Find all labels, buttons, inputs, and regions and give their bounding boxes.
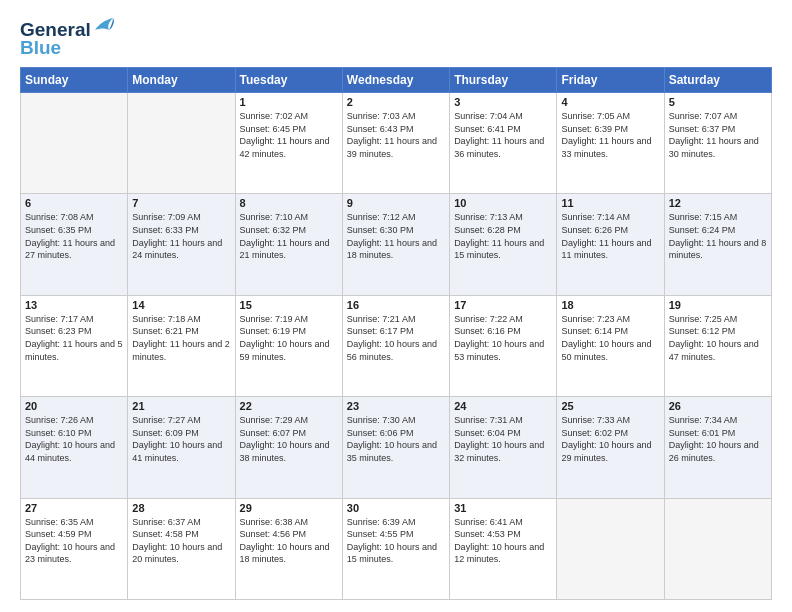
day-info: Sunrise: 7:33 AM Sunset: 6:02 PM Dayligh… <box>561 414 659 464</box>
day-info: Sunrise: 7:23 AM Sunset: 6:14 PM Dayligh… <box>561 313 659 363</box>
day-number: 20 <box>25 400 123 412</box>
day-number: 29 <box>240 502 338 514</box>
calendar-cell: 31Sunrise: 6:41 AM Sunset: 4:53 PM Dayli… <box>450 498 557 599</box>
calendar-cell: 12Sunrise: 7:15 AM Sunset: 6:24 PM Dayli… <box>664 194 771 295</box>
calendar-cell: 14Sunrise: 7:18 AM Sunset: 6:21 PM Dayli… <box>128 295 235 396</box>
day-number: 7 <box>132 197 230 209</box>
calendar-cell: 26Sunrise: 7:34 AM Sunset: 6:01 PM Dayli… <box>664 397 771 498</box>
day-info: Sunrise: 7:26 AM Sunset: 6:10 PM Dayligh… <box>25 414 123 464</box>
calendar-cell: 23Sunrise: 7:30 AM Sunset: 6:06 PM Dayli… <box>342 397 449 498</box>
calendar-cell: 11Sunrise: 7:14 AM Sunset: 6:26 PM Dayli… <box>557 194 664 295</box>
day-info: Sunrise: 7:13 AM Sunset: 6:28 PM Dayligh… <box>454 211 552 261</box>
day-number: 11 <box>561 197 659 209</box>
calendar-cell: 10Sunrise: 7:13 AM Sunset: 6:28 PM Dayli… <box>450 194 557 295</box>
day-info: Sunrise: 7:17 AM Sunset: 6:23 PM Dayligh… <box>25 313 123 363</box>
day-info: Sunrise: 6:38 AM Sunset: 4:56 PM Dayligh… <box>240 516 338 566</box>
calendar-cell <box>557 498 664 599</box>
day-number: 25 <box>561 400 659 412</box>
day-number: 15 <box>240 299 338 311</box>
calendar-cell <box>664 498 771 599</box>
weekday-header-saturday: Saturday <box>664 68 771 93</box>
calendar-cell: 6Sunrise: 7:08 AM Sunset: 6:35 PM Daylig… <box>21 194 128 295</box>
logo-bird-icon <box>93 16 115 34</box>
day-number: 2 <box>347 96 445 108</box>
day-number: 28 <box>132 502 230 514</box>
day-number: 3 <box>454 96 552 108</box>
day-info: Sunrise: 7:19 AM Sunset: 6:19 PM Dayligh… <box>240 313 338 363</box>
day-info: Sunrise: 7:14 AM Sunset: 6:26 PM Dayligh… <box>561 211 659 261</box>
logo: General Blue <box>20 18 115 57</box>
weekday-header-friday: Friday <box>557 68 664 93</box>
day-info: Sunrise: 7:08 AM Sunset: 6:35 PM Dayligh… <box>25 211 123 261</box>
calendar-cell: 19Sunrise: 7:25 AM Sunset: 6:12 PM Dayli… <box>664 295 771 396</box>
day-info: Sunrise: 7:15 AM Sunset: 6:24 PM Dayligh… <box>669 211 767 261</box>
day-info: Sunrise: 7:03 AM Sunset: 6:43 PM Dayligh… <box>347 110 445 160</box>
day-info: Sunrise: 7:27 AM Sunset: 6:09 PM Dayligh… <box>132 414 230 464</box>
day-info: Sunrise: 7:30 AM Sunset: 6:06 PM Dayligh… <box>347 414 445 464</box>
calendar-header-row: SundayMondayTuesdayWednesdayThursdayFrid… <box>21 68 772 93</box>
day-info: Sunrise: 7:21 AM Sunset: 6:17 PM Dayligh… <box>347 313 445 363</box>
day-info: Sunrise: 7:31 AM Sunset: 6:04 PM Dayligh… <box>454 414 552 464</box>
calendar-week-row: 27Sunrise: 6:35 AM Sunset: 4:59 PM Dayli… <box>21 498 772 599</box>
weekday-header-monday: Monday <box>128 68 235 93</box>
day-number: 31 <box>454 502 552 514</box>
calendar-cell: 30Sunrise: 6:39 AM Sunset: 4:55 PM Dayli… <box>342 498 449 599</box>
page: General Blue SundayMondayTuesdayWednesda… <box>0 0 792 612</box>
calendar-cell: 1Sunrise: 7:02 AM Sunset: 6:45 PM Daylig… <box>235 93 342 194</box>
day-info: Sunrise: 7:07 AM Sunset: 6:37 PM Dayligh… <box>669 110 767 160</box>
calendar-cell: 8Sunrise: 7:10 AM Sunset: 6:32 PM Daylig… <box>235 194 342 295</box>
day-info: Sunrise: 6:37 AM Sunset: 4:58 PM Dayligh… <box>132 516 230 566</box>
day-info: Sunrise: 7:05 AM Sunset: 6:39 PM Dayligh… <box>561 110 659 160</box>
calendar-cell: 18Sunrise: 7:23 AM Sunset: 6:14 PM Dayli… <box>557 295 664 396</box>
day-number: 4 <box>561 96 659 108</box>
calendar-cell: 5Sunrise: 7:07 AM Sunset: 6:37 PM Daylig… <box>664 93 771 194</box>
day-number: 13 <box>25 299 123 311</box>
day-number: 10 <box>454 197 552 209</box>
calendar-cell: 7Sunrise: 7:09 AM Sunset: 6:33 PM Daylig… <box>128 194 235 295</box>
calendar-cell: 13Sunrise: 7:17 AM Sunset: 6:23 PM Dayli… <box>21 295 128 396</box>
calendar-cell: 9Sunrise: 7:12 AM Sunset: 6:30 PM Daylig… <box>342 194 449 295</box>
calendar-week-row: 13Sunrise: 7:17 AM Sunset: 6:23 PM Dayli… <box>21 295 772 396</box>
day-number: 8 <box>240 197 338 209</box>
calendar-cell: 16Sunrise: 7:21 AM Sunset: 6:17 PM Dayli… <box>342 295 449 396</box>
day-info: Sunrise: 7:12 AM Sunset: 6:30 PM Dayligh… <box>347 211 445 261</box>
day-info: Sunrise: 7:22 AM Sunset: 6:16 PM Dayligh… <box>454 313 552 363</box>
day-info: Sunrise: 6:35 AM Sunset: 4:59 PM Dayligh… <box>25 516 123 566</box>
calendar-cell: 3Sunrise: 7:04 AM Sunset: 6:41 PM Daylig… <box>450 93 557 194</box>
day-number: 9 <box>347 197 445 209</box>
calendar-cell: 27Sunrise: 6:35 AM Sunset: 4:59 PM Dayli… <box>21 498 128 599</box>
calendar-cell <box>21 93 128 194</box>
day-number: 27 <box>25 502 123 514</box>
calendar-cell: 21Sunrise: 7:27 AM Sunset: 6:09 PM Dayli… <box>128 397 235 498</box>
day-number: 21 <box>132 400 230 412</box>
calendar-cell: 25Sunrise: 7:33 AM Sunset: 6:02 PM Dayli… <box>557 397 664 498</box>
weekday-header-tuesday: Tuesday <box>235 68 342 93</box>
day-info: Sunrise: 7:29 AM Sunset: 6:07 PM Dayligh… <box>240 414 338 464</box>
day-info: Sunrise: 6:41 AM Sunset: 4:53 PM Dayligh… <box>454 516 552 566</box>
calendar-week-row: 1Sunrise: 7:02 AM Sunset: 6:45 PM Daylig… <box>21 93 772 194</box>
day-number: 6 <box>25 197 123 209</box>
calendar-cell: 15Sunrise: 7:19 AM Sunset: 6:19 PM Dayli… <box>235 295 342 396</box>
calendar-table: SundayMondayTuesdayWednesdayThursdayFrid… <box>20 67 772 600</box>
logo-blue: Blue <box>20 38 61 57</box>
calendar-cell: 28Sunrise: 6:37 AM Sunset: 4:58 PM Dayli… <box>128 498 235 599</box>
weekday-header-sunday: Sunday <box>21 68 128 93</box>
day-number: 18 <box>561 299 659 311</box>
day-number: 12 <box>669 197 767 209</box>
day-number: 22 <box>240 400 338 412</box>
day-number: 14 <box>132 299 230 311</box>
day-info: Sunrise: 7:25 AM Sunset: 6:12 PM Dayligh… <box>669 313 767 363</box>
day-info: Sunrise: 6:39 AM Sunset: 4:55 PM Dayligh… <box>347 516 445 566</box>
calendar-cell: 17Sunrise: 7:22 AM Sunset: 6:16 PM Dayli… <box>450 295 557 396</box>
calendar-week-row: 6Sunrise: 7:08 AM Sunset: 6:35 PM Daylig… <box>21 194 772 295</box>
day-info: Sunrise: 7:02 AM Sunset: 6:45 PM Dayligh… <box>240 110 338 160</box>
day-number: 5 <box>669 96 767 108</box>
day-number: 17 <box>454 299 552 311</box>
day-number: 1 <box>240 96 338 108</box>
calendar-cell: 29Sunrise: 6:38 AM Sunset: 4:56 PM Dayli… <box>235 498 342 599</box>
weekday-header-wednesday: Wednesday <box>342 68 449 93</box>
weekday-header-thursday: Thursday <box>450 68 557 93</box>
calendar-cell: 2Sunrise: 7:03 AM Sunset: 6:43 PM Daylig… <box>342 93 449 194</box>
calendar-cell: 22Sunrise: 7:29 AM Sunset: 6:07 PM Dayli… <box>235 397 342 498</box>
day-number: 26 <box>669 400 767 412</box>
